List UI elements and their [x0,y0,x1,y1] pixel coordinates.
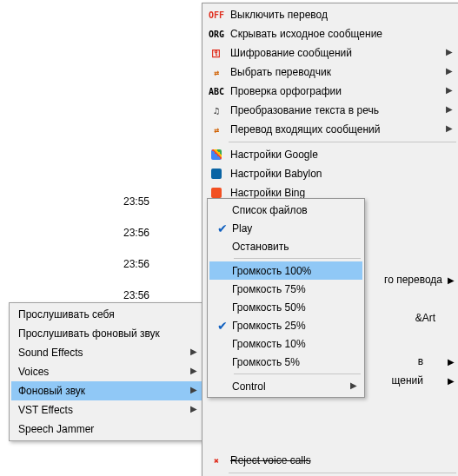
timestamp: 23:56 [123,227,149,239]
timestamp: 23:56 [123,258,149,270]
submenu-arrow-icon: ▶ [190,366,197,375]
submenu-arrow-icon: ▶ [190,347,197,356]
menu-item-label: го перевода [384,274,442,286]
volume-menu-item[interactable]: Громкость 5% [209,353,362,371]
menu-item-label: щений [392,374,442,387]
translator-menu-item[interactable]: ⇄Выбрать переводчик▶ [204,63,458,82]
menu-icon: ⚿ [208,46,225,60]
translator-menu-item[interactable]: ⇄Перевод входящих сообщений▶ [204,120,458,139]
volume-menu-item[interactable]: ✔Громкость 25% [209,316,362,334]
submenu-arrow-icon: ▶ [446,123,453,133]
menu-item-label: Скрывать исходное сообщение [230,28,441,40]
menu-item-label: VST Effects [18,404,73,416]
engine-logo-icon [208,148,225,162]
timestamp: 23:56 [123,289,149,301]
partially-visible-item[interactable]: щений▶ [392,371,455,390]
voice-context-menu: Прослушивать себяПрослушивать фоновый зв… [9,302,207,441]
menu-item-label: Play [232,222,347,235]
translator-menu-item[interactable]: ♫Преобразование текста в речь▶ [204,101,458,120]
menu-item-label: Перевод входящих сообщений [230,123,441,136]
submenu-arrow-icon: ▶ [446,85,453,95]
volume-menu-item[interactable]: Громкость 75% [209,280,362,298]
volume-menu-item[interactable]: Список файлов [209,201,362,219]
volume-menu-item[interactable]: Громкость 10% [209,334,362,353]
submenu-arrow-icon: ▶ [448,275,455,285]
menu-item-label: Control [232,380,347,393]
menu-item-label: Настройки Google [230,149,441,161]
submenu-arrow-icon: ▶ [448,357,455,367]
menu-item-label: Громкость 50% [232,301,347,314]
menu-icon: OFF [208,8,225,22]
menu-item-label: Настройки Babylon [230,168,441,180]
volume-menu-item[interactable]: Control▶ [209,377,362,395]
menu-item-label: &Art [415,312,455,324]
submenu-arrow-icon: ▶ [350,380,357,390]
translator-menu-item[interactable]: ABCПроверка орфографии▶ [204,82,458,101]
menu-item-label: Список файлов [232,204,347,216]
menu-item-label: Громкость 10% [232,338,347,350]
menu-item-label: Sound Effects [18,347,83,359]
voice-menu-item[interactable]: Прослушивать себя [11,305,204,324]
volume-menu-item[interactable]: ✔Play [209,219,362,237]
volume-menu-item[interactable]: Громкость 100% [209,261,362,280]
menu-item-label: Остановить [232,241,347,253]
menu-item-label: Громкость 5% [232,356,347,368]
partially-visible-item[interactable]: &Art [415,308,455,327]
menu-icon: ABC [208,84,225,98]
voice-menu-item[interactable]: Прослушивать фоновый звук [11,324,204,343]
volume-menu-item[interactable]: Остановить [209,237,362,255]
engine-settings-item[interactable]: Настройки Google [204,145,458,164]
menu-item-label: Фоновый звук [18,385,85,397]
menu-item-label: Громкость 25% [232,320,347,332]
menu-item-label: Выбрать переводчик [230,66,441,78]
check-icon: ✔ [213,222,232,235]
menu-item-label: Громкость 75% [232,283,347,295]
partially-visible-item[interactable]: в▶ [418,352,455,371]
menu-item-label: Прослушивать себя [18,308,115,321]
submenu-arrow-icon: ▶ [446,104,453,114]
engine-settings-item[interactable]: Настройки Babylon [204,164,458,183]
menu-icon: ♫ [208,103,225,117]
submenu-arrow-icon: ▶ [190,404,197,413]
volume-menu-item[interactable]: Громкость 50% [209,298,362,316]
voice-menu-item[interactable]: Фоновый звук▶ [11,381,204,400]
menu-item-label: Выключить перевод [230,9,441,21]
menu-icon: ORG [208,27,225,41]
voice-menu-item[interactable]: Voices▶ [11,362,204,381]
translator-menu-item[interactable]: ⚿Шифрование сообщений▶ [204,43,458,63]
submenu-arrow-icon: ▶ [446,47,453,56]
menu-item-label: Voices [18,366,49,378]
menu-item-label: Проверка орфографии [230,85,441,97]
submenu-arrow-icon: ▶ [448,376,455,386]
menu-item-label: Шифрование сообщений [230,47,441,59]
menu-item-label: в [418,355,442,367]
volume-submenu: Список файлов✔PlayОстановитьГромкость 10… [207,198,365,398]
partially-visible-item[interactable]: го перевода▶ [384,270,455,289]
menu-item-label: Прослушивать фоновый звук [18,327,160,340]
submenu-arrow-icon: ▶ [190,385,197,394]
translator-menu-item[interactable]: OFFВыключить перевод [204,5,458,24]
engine-logo-icon [208,167,225,181]
menu-icon: ⇄ [208,65,225,79]
menu-item-label: Speech Jammer [18,423,94,435]
submenu-arrow-icon: ▶ [446,66,453,76]
voice-menu-item[interactable]: Speech Jammer [11,420,204,439]
chat-timeline: 23:55 23:56 23:56 23:56 [0,0,202,304]
voice-menu-item[interactable]: Sound Effects▶ [11,343,204,362]
partially-visible-item[interactable]: ✖Reject voice calls [204,451,458,470]
menu-item-label: Настройки Bing [230,187,441,199]
menu-item-label: Reject voice calls [230,454,441,466]
menu-icon: ⇄ [208,122,225,136]
reject-icon: ✖ [208,453,225,467]
translator-menu-item[interactable]: ORGСкрывать исходное сообщение [204,24,458,43]
menu-item-label: Громкость 100% [232,265,347,277]
timestamp: 23:55 [123,195,149,208]
voice-menu-item[interactable]: VST Effects▶ [11,400,204,420]
menu-item-label: Преобразование текста в речь [230,104,441,116]
check-icon: ✔ [213,320,232,332]
